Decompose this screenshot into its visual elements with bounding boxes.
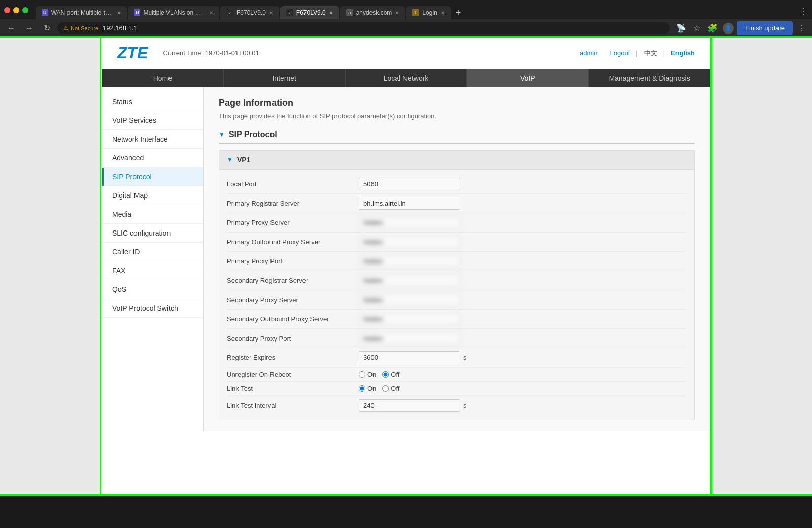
form-row-primary-proxy-server: Primary Proxy Server xyxy=(227,213,687,233)
more-options-icon[interactable]: ⋮ xyxy=(796,21,808,35)
logout-link[interactable]: Logout xyxy=(610,49,630,57)
tab-4[interactable]: z F670LV9.0 ✕ xyxy=(280,6,339,19)
input-primary-outbound-proxy-server[interactable] xyxy=(359,236,460,248)
bookmark-icon[interactable]: ☆ xyxy=(691,21,702,35)
sip-protocol-section-header: ▼ SIP Protocol xyxy=(219,130,695,144)
reload-button[interactable]: ↻ xyxy=(41,21,53,35)
admin-link[interactable]: admin xyxy=(580,49,597,57)
tab-2[interactable]: U Multiple VLANs on WAN... ✕ xyxy=(128,6,219,19)
input-local-port[interactable] xyxy=(359,178,460,190)
main-navigation: Home Internet Local Network VoIP Managem… xyxy=(102,69,710,87)
nav-home[interactable]: Home xyxy=(102,69,224,87)
vp1-collapse-icon[interactable]: ▼ xyxy=(227,156,233,163)
sidebar-item-voip-services[interactable]: VoIP Services xyxy=(102,111,203,130)
radio-group-unregister-on-reboot: On Off xyxy=(359,371,399,378)
browser-chrome: U WAN port: Multiple tagg... ✕ U Multipl… xyxy=(0,0,812,38)
tab-close-6[interactable]: ✕ xyxy=(441,10,445,16)
finish-update-button[interactable]: Finish update xyxy=(737,21,793,35)
page-description: This page provides the function of SIP p… xyxy=(219,112,695,120)
tab-close-5[interactable]: ✕ xyxy=(395,10,399,16)
sidebar-item-fax[interactable]: FAX xyxy=(102,261,203,280)
minimize-window-button[interactable] xyxy=(13,7,19,13)
header-user-controls: admin Logout | 中文 | English xyxy=(580,49,695,58)
form-row-primary-proxy-port: Primary Proxy Port xyxy=(227,252,687,271)
sidebar-item-digital-map[interactable]: Digital Map xyxy=(102,186,203,205)
radio-link-test-off[interactable] xyxy=(382,385,389,392)
radio-label-link-test-off[interactable]: Off xyxy=(382,385,399,392)
input-secondary-registrar-server[interactable] xyxy=(359,274,460,287)
address-bar[interactable]: ⚠ Not Secure 192.168.1.1 xyxy=(57,22,670,34)
sidebar-item-advanced[interactable]: Advanced xyxy=(102,149,203,168)
browser-actions: 📡 ☆ 🧩 👤 Finish update ⋮ xyxy=(674,21,808,35)
vp1-label: VP1 xyxy=(237,156,250,164)
zte-header: ZTE Current Time: 1970-01-01T00:01 admin… xyxy=(102,38,710,69)
input-secondary-proxy-port[interactable] xyxy=(359,332,460,345)
input-primary-proxy-server[interactable] xyxy=(359,216,460,229)
label-secondary-proxy-server: Secondary Proxy Server xyxy=(227,296,359,304)
sidebar-item-caller-id[interactable]: Caller ID xyxy=(102,243,203,261)
tab-close-1[interactable]: ✕ xyxy=(117,10,121,16)
radio-group-link-test: On Off xyxy=(359,385,399,392)
sidebar-item-status[interactable]: Status xyxy=(102,92,203,111)
zte-logo: ZTE xyxy=(117,44,148,62)
nav-local-network[interactable]: Local Network xyxy=(346,69,467,87)
tab-3[interactable]: z F670LV9.0 ✕ xyxy=(220,6,279,19)
profile-icon[interactable]: 👤 xyxy=(723,23,734,34)
maximize-window-button[interactable] xyxy=(22,7,28,13)
sidebar-item-media[interactable]: Media xyxy=(102,205,203,224)
sidebar: Status VoIP Services Network Interface A… xyxy=(102,87,204,431)
tab-close-4[interactable]: ✕ xyxy=(329,10,333,16)
form-row-local-port: Local Port xyxy=(227,175,687,194)
label-link-test: Link Test xyxy=(227,385,359,392)
input-secondary-outbound-proxy-server[interactable] xyxy=(359,313,460,325)
back-button[interactable]: ← xyxy=(4,22,18,35)
url-display: 192.168.1.1 xyxy=(103,24,138,32)
radio-unregister-off[interactable] xyxy=(382,371,389,378)
label-secondary-registrar-server: Secondary Registrar Server xyxy=(227,277,359,284)
sidebar-item-sip-protocol[interactable]: SIP Protocol xyxy=(102,168,203,186)
radio-label-unregister-on[interactable]: On xyxy=(359,371,376,378)
input-primary-registrar-server[interactable] xyxy=(359,197,460,210)
nav-voip[interactable]: VoIP xyxy=(467,69,589,87)
lang-en-link[interactable]: English xyxy=(671,49,695,57)
tab-close-2[interactable]: ✕ xyxy=(209,10,213,16)
tab-close-3[interactable]: ✕ xyxy=(269,10,273,16)
sidebar-item-qos[interactable]: QoS xyxy=(102,280,203,299)
radio-label-unregister-off[interactable]: Off xyxy=(382,371,399,378)
label-secondary-proxy-port: Secondary Proxy Port xyxy=(227,335,359,342)
input-link-test-interval[interactable] xyxy=(359,399,460,412)
form-row-register-expires: Register Expires s xyxy=(227,348,687,368)
sidebar-item-slic-configuration[interactable]: SLIC configuration xyxy=(102,224,203,243)
form-row-primary-outbound-proxy-server: Primary Outbound Proxy Server xyxy=(227,233,687,252)
form-row-link-test: Link Test On Off xyxy=(227,382,687,396)
main-content: Page Information This page provides the … xyxy=(204,87,710,431)
sidebar-item-network-interface[interactable]: Network Interface xyxy=(102,130,203,149)
sip-form: Local Port Primary Registrar Server Prim… xyxy=(219,170,694,420)
input-register-expires[interactable] xyxy=(359,351,460,364)
tab-5[interactable]: a anydesk.com ✕ xyxy=(340,6,405,19)
page-title: Page Information xyxy=(219,97,695,108)
new-tab-button[interactable]: + xyxy=(452,7,465,19)
cast-icon[interactable]: 📡 xyxy=(674,21,688,35)
collapse-icon[interactable]: ▼ xyxy=(219,131,225,138)
tab-1[interactable]: U WAN port: Multiple tagg... ✕ xyxy=(36,6,127,19)
close-window-button[interactable] xyxy=(4,7,10,13)
lang-zh-link[interactable]: 中文 xyxy=(644,49,657,58)
forward-button[interactable]: → xyxy=(22,22,37,35)
radio-link-test-on[interactable] xyxy=(359,385,365,392)
browser-toolbar: ← → ↻ ⚠ Not Secure 192.168.1.1 📡 ☆ 🧩 👤 F… xyxy=(0,19,812,38)
radio-unregister-on[interactable] xyxy=(359,371,365,378)
sidebar-item-voip-protocol-switch[interactable]: VoIP Protocol Switch xyxy=(102,299,203,318)
label-primary-outbound-proxy-server: Primary Outbound Proxy Server xyxy=(227,238,359,246)
nav-management[interactable]: Management & Diagnosis xyxy=(589,69,710,87)
extensions-icon[interactable]: 🧩 xyxy=(705,21,720,35)
tab-6[interactable]: L Login ✕ xyxy=(406,6,450,19)
input-primary-proxy-port[interactable] xyxy=(359,255,460,268)
label-secondary-outbound-proxy-server: Secondary Outbound Proxy Server xyxy=(227,315,359,323)
form-row-primary-registrar-server: Primary Registrar Server xyxy=(227,194,687,213)
page-content: ZTE Current Time: 1970-01-01T00:01 admin… xyxy=(101,38,710,494)
label-local-port: Local Port xyxy=(227,180,359,188)
input-secondary-proxy-server[interactable] xyxy=(359,293,460,306)
nav-internet[interactable]: Internet xyxy=(224,69,346,87)
radio-label-link-test-on[interactable]: On xyxy=(359,385,376,392)
